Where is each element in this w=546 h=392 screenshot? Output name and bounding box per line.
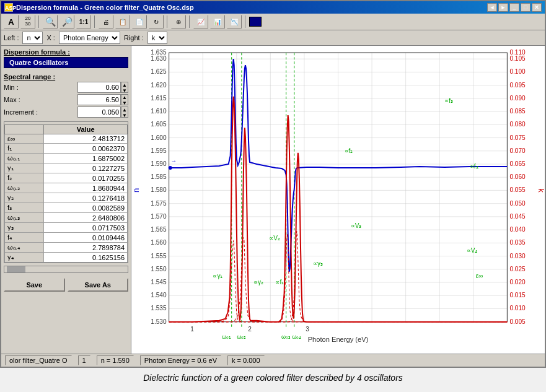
minimize-button[interactable]: ◄ (487, 3, 497, 12)
svg-text:1.545: 1.545 (151, 279, 167, 285)
refresh-button[interactable]: ↻ (149, 15, 164, 28)
svg-text:0.005: 0.005 (509, 318, 526, 325)
svg-text:1.605: 1.605 (151, 121, 167, 128)
save-as-button[interactable]: Save As (68, 278, 129, 292)
param-value[interactable]: 0.0082589 (44, 203, 128, 213)
increment-input[interactable] (77, 107, 121, 118)
svg-text:1.585: 1.585 (151, 173, 167, 180)
param-value[interactable]: 0.1625156 (44, 253, 128, 263)
min-input[interactable] (77, 82, 121, 93)
svg-text:0.015: 0.015 (509, 292, 526, 298)
right-axis-select[interactable]: k (148, 32, 167, 44)
param-value[interactable]: 0.0717503 (44, 223, 128, 233)
param-value[interactable]: 1.6875002 (44, 154, 128, 163)
zoom-in-button[interactable]: 🔎 (59, 15, 74, 28)
crosshair-button[interactable]: ⊕ (171, 15, 186, 28)
svg-text:1.590: 1.590 (151, 160, 167, 167)
color-selector[interactable] (249, 17, 262, 27)
svg-text:0.050: 0.050 (509, 200, 526, 207)
axis-bar: Left : n X : Photon Energy Right : k (1, 30, 545, 46)
main-window: ASP Dispersion formula - Green color fil… (0, 0, 546, 368)
separator-1 (38, 15, 40, 28)
one-to-one-button[interactable]: 1:1 (76, 15, 91, 28)
left-axis-label: Left : (4, 34, 19, 41)
param-value[interactable]: 0.0170255 (44, 173, 128, 183)
svg-text:0.070: 0.070 (509, 147, 526, 154)
svg-text:1.570: 1.570 (151, 213, 167, 220)
params-table-container[interactable]: Value ε∞2.4813712f₁0.0062370ω₀.₁1.687500… (4, 121, 128, 263)
table-row: γ₄0.1625156 (5, 253, 128, 263)
title-bar-left: ASP Dispersion formula - Green color fil… (4, 3, 194, 12)
param-value[interactable]: 1.8680944 (44, 183, 128, 193)
svg-text:0.020: 0.020 (509, 279, 526, 285)
formula-type-button[interactable]: Quatre Oscillators (4, 57, 128, 68)
copy-button-1[interactable]: 📋 (115, 15, 130, 28)
max-row: Max : ▲▼ (4, 94, 128, 105)
scroll-thumb[interactable] (7, 266, 25, 272)
maximize-button[interactable]: ► (498, 3, 508, 12)
max-input[interactable] (77, 94, 121, 105)
chart-button-1[interactable]: 📈 (193, 15, 208, 28)
param-name: ω₀.₃ (5, 213, 44, 223)
svg-text:∝γ₁: ∝γ₁ (213, 272, 222, 279)
zoom-out-button[interactable]: 🔍 (43, 15, 58, 28)
param-value[interactable]: 0.0109446 (44, 233, 128, 243)
horizontal-scrollbar[interactable] (4, 266, 128, 273)
increment-label: Increment : (4, 108, 38, 116)
x-axis-select[interactable]: Photon Energy (59, 32, 120, 44)
copy-button-2[interactable]: 📄 (132, 15, 147, 28)
window-title: Dispersion formula - Green color filter_… (16, 4, 194, 11)
restore-button[interactable]: □ (521, 3, 531, 12)
svg-text:0.075: 0.075 (509, 134, 526, 141)
min-spinner[interactable]: ▲▼ (121, 82, 128, 93)
svg-text:0.100: 0.100 (509, 68, 526, 75)
svg-text:∝f₃: ∝f₃ (444, 97, 453, 104)
param-name: f₄ (5, 233, 44, 243)
increment-spinner[interactable]: ▲▼ (121, 107, 128, 118)
svg-text:0.065: 0.065 (509, 160, 526, 167)
chart-button-2[interactable]: 📊 (210, 15, 225, 28)
font-button[interactable]: A (4, 15, 19, 28)
close-button[interactable]: _ (509, 3, 519, 12)
param-value[interactable]: 0.1227275 (44, 163, 128, 173)
chart-button-3[interactable]: 📉 (227, 15, 242, 28)
svg-text:∝f₄: ∝f₄ (470, 163, 478, 170)
svg-text:∝V₂: ∝V₂ (269, 235, 280, 242)
left-axis-select[interactable]: n (22, 32, 43, 44)
param-name: γ₃ (5, 223, 44, 233)
svg-text:3: 3 (306, 326, 309, 333)
print-button[interactable]: 🖨 (99, 15, 113, 28)
param-name: f₃ (5, 203, 44, 213)
svg-text:ω₀₄: ω₀₄ (292, 334, 301, 340)
param-value[interactable]: 0.1276418 (44, 193, 128, 203)
toolbar: A 2030 🔍 🔎 1:1 🖨 📋 📄 ↻ ⊕ 📈 📊 📉 (1, 14, 545, 30)
svg-text:0.035: 0.035 (509, 239, 526, 246)
svg-text:2: 2 (248, 326, 252, 333)
svg-text:0.110: 0.110 (509, 49, 526, 56)
app-icon: ASP (4, 3, 13, 12)
max-spinner[interactable]: ▲▼ (121, 94, 128, 105)
param-value[interactable]: 2.4813712 (44, 134, 128, 144)
param-name: f₁ (5, 144, 44, 154)
left-panel: Dispersion formula : Quatre Oscillators … (1, 46, 131, 354)
table-row: γ₁0.1227275 (5, 163, 128, 173)
svg-text:1.575: 1.575 (151, 200, 167, 207)
param-value[interactable]: 2.7898784 (44, 243, 128, 253)
ratio-button[interactable]: 2030 (20, 15, 35, 28)
min-label: Min : (4, 84, 19, 91)
param-value[interactable]: 0.0062370 (44, 144, 128, 154)
close-x-button[interactable]: ✕ (532, 3, 542, 12)
spectral-range-section: Spectral range : Min : ▲▼ Max : ▲▼ (4, 73, 128, 119)
separator-5 (245, 15, 246, 28)
param-value-header: Value (44, 125, 128, 134)
param-name-header (5, 125, 44, 134)
x-axis-label: X : (46, 34, 55, 41)
main-content: Dispersion formula : Quatre Oscillators … (1, 46, 545, 354)
svg-text:1.610: 1.610 (151, 108, 167, 115)
param-value[interactable]: 2.6480806 (44, 213, 128, 223)
save-button[interactable]: Save (4, 278, 65, 292)
svg-text:0.080: 0.080 (509, 121, 526, 128)
increment-row: Increment : ▲▼ (4, 107, 128, 118)
svg-text:ω₀₂: ω₀₂ (237, 334, 246, 340)
max-label: Max : (4, 96, 20, 103)
